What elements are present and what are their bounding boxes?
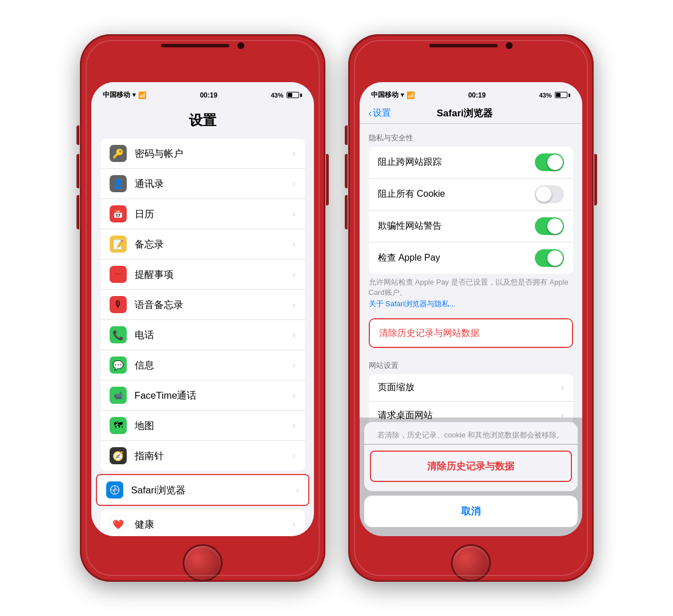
item-label: FaceTime通话 — [135, 389, 289, 402]
carrier-text: 中国移动 — [103, 90, 130, 100]
power-button[interactable] — [594, 154, 597, 205]
list-item[interactable]: 👤 通讯录 › — [100, 169, 305, 199]
toggle-item-fraud[interactable]: 欺骗性网站警告 — [369, 210, 573, 242]
volume-up-button[interactable] — [345, 154, 348, 188]
list-item[interactable]: 📞 电话 › — [100, 320, 305, 350]
volume-down-button[interactable] — [76, 195, 79, 229]
status-bar-left: 中国移动 ▾ 📶 00:19 43% — [91, 82, 314, 102]
safari-highlighted-row[interactable]: Safari浏览器 › — [96, 474, 309, 506]
toggle-item-cookies[interactable]: 阻止所有 Cookie — [369, 179, 573, 210]
toggle-apple-pay[interactable] — [535, 249, 564, 267]
chevron-icon: › — [293, 330, 296, 339]
toggle-fraud[interactable] — [535, 217, 564, 235]
battery-percent: 43% — [539, 92, 551, 99]
toggle-knob — [547, 155, 563, 170]
chevron-icon: › — [561, 383, 563, 393]
status-left: 中国移动 ▾ 📶 — [371, 90, 415, 100]
toggle-item-apple-pay[interactable]: 检查 Apple Pay — [369, 242, 573, 274]
mute-button[interactable] — [76, 125, 79, 145]
status-right: 43% — [271, 92, 302, 99]
item-label: 备忘录 — [135, 238, 289, 251]
signal-icon: 📶 — [138, 91, 147, 99]
item-icon: 📝 — [110, 236, 127, 253]
toggle-item-cross-tracking[interactable]: 阻止跨网站跟踪 — [369, 147, 573, 179]
page-title: Safari浏览器 — [391, 107, 539, 120]
item-label: 检查 Apple Pay — [378, 252, 440, 264]
item-icon: 🗺 — [110, 417, 127, 434]
list-item[interactable]: 📝 备忘录 › — [100, 229, 305, 260]
item-label: 密码与帐户 — [135, 147, 289, 160]
phone-top — [80, 34, 325, 49]
volume-down-button[interactable] — [345, 195, 348, 229]
item-label: 页面缩放 — [378, 382, 414, 394]
apple-pay-link[interactable]: 关于 Safari浏览器与隐私... — [360, 298, 582, 315]
item-icon: 📹 — [110, 387, 127, 404]
back-button[interactable]: ‹ 设置 — [369, 107, 391, 119]
signal-icon: 📶 — [406, 91, 415, 99]
chevron-icon: › — [293, 179, 296, 188]
time-display: 00:19 — [200, 91, 217, 99]
status-bar-right: 中国移动 ▾ 📶 00:19 43% — [360, 82, 582, 102]
chevron-icon: › — [293, 451, 296, 460]
item-label: Safari浏览器 — [131, 484, 293, 497]
list-item[interactable]: 💬 信息 › — [100, 350, 305, 380]
chevron-icon: › — [293, 391, 296, 400]
list-item[interactable]: 🧭 指南针 › — [100, 441, 305, 471]
carrier-text: 中国移动 — [371, 90, 398, 100]
clear-history-button[interactable]: 清除历史记录与网站数据 — [370, 319, 572, 347]
wifi-icon: ▾ — [132, 91, 136, 99]
phone-left: 中国移动 ▾ 📶 00:19 43% 设置 🔑 密码与帐户 — [80, 34, 325, 582]
home-button[interactable] — [451, 544, 491, 582]
mute-button[interactable] — [345, 125, 348, 145]
list-item[interactable]: 🎙 语音备忘录 › — [100, 290, 305, 320]
page-zoom-item[interactable]: 页面缩放 › — [369, 374, 573, 402]
chevron-icon: › — [293, 270, 296, 279]
list-item[interactable]: 📅 日历 › — [100, 199, 305, 229]
speaker — [161, 44, 229, 47]
safari-list-item[interactable]: Safari浏览器 › — [97, 475, 308, 505]
item-icon: 📅 — [110, 205, 127, 222]
toggle-knob — [547, 250, 563, 266]
list-item[interactable]: ⋯ 提醒事项 › — [100, 260, 305, 290]
list-item[interactable]: 🗺 地图 › — [100, 411, 305, 441]
item-label: 语音备忘录 — [135, 298, 289, 311]
item-label: 欺骗性网站警告 — [378, 220, 442, 232]
safari-icon — [106, 481, 123, 499]
item-icon: 👤 — [110, 175, 127, 192]
toggle-knob — [536, 187, 551, 202]
item-label: 地图 — [135, 419, 289, 432]
action-sheet: 若清除，历史记录、cookie 和其他浏览数据都会被移除。 清除历史记录与数据 — [364, 422, 578, 429]
back-label: 设置 — [373, 107, 391, 119]
action-sheet-backdrop: 若清除，历史记录、cookie 和其他浏览数据都会被移除。 清除历史记录与数据 … — [360, 418, 582, 429]
item-label: 阻止跨网站跟踪 — [378, 156, 442, 168]
home-button[interactable] — [183, 544, 223, 582]
volume-up-button[interactable] — [76, 154, 79, 188]
item-icon: 🎙 — [110, 296, 127, 313]
settings-title: 设置 — [91, 102, 314, 135]
clear-history-label: 清除历史记录与网站数据 — [379, 327, 479, 339]
power-button[interactable] — [326, 154, 329, 205]
item-label: 电话 — [135, 329, 289, 342]
toggle-cookies[interactable] — [535, 185, 564, 203]
battery-icon — [555, 92, 570, 98]
item-label: 指南针 — [135, 449, 289, 463]
chevron-icon: › — [293, 149, 296, 158]
list-item[interactable]: ❤️ 健康 › — [100, 509, 305, 536]
website-settings-header: 网站设置 — [360, 351, 582, 374]
health-music-list: ❤️ 健康 › — [100, 509, 305, 536]
item-label: 信息 — [135, 359, 289, 372]
phone-top — [348, 34, 594, 49]
item-icon: 🧭 — [110, 447, 127, 464]
front-camera — [237, 42, 244, 49]
action-sheet-title: 若清除，历史记录、cookie 和其他浏览数据都会被移除。 — [364, 422, 578, 429]
toggle-cross-tracking[interactable] — [535, 153, 564, 171]
time-display: 00:19 — [468, 91, 486, 99]
status-right: 43% — [539, 92, 570, 99]
toggle-knob — [547, 218, 563, 234]
wifi-icon: ▾ — [401, 91, 404, 99]
item-icon: 💬 — [110, 356, 127, 374]
right-screen: 中国移动 ▾ 📶 00:19 43% ‹ 设置 Safari浏览器 — [360, 82, 582, 536]
list-item[interactable]: 🔑 密码与帐户 › — [100, 139, 305, 169]
front-camera — [506, 42, 513, 49]
list-item[interactable]: 📹 FaceTime通话 › — [100, 380, 305, 411]
